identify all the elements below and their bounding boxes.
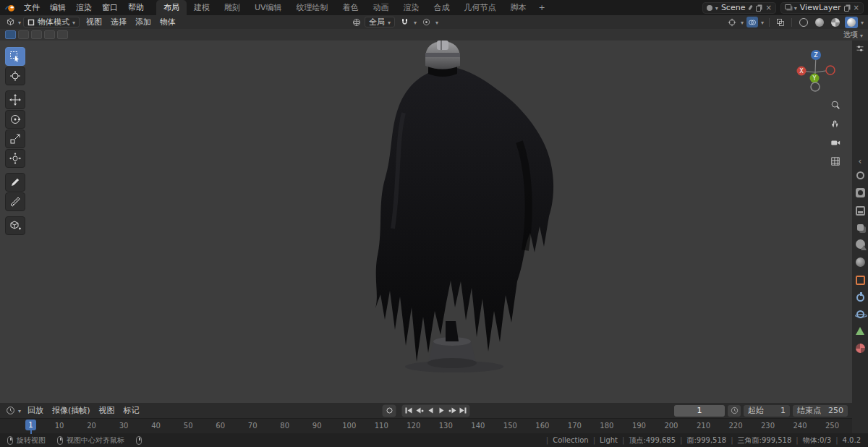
auto-keying-toggle[interactable] [383, 404, 396, 417]
viewport-menu-item[interactable]: 选择 [106, 17, 131, 27]
end-frame-field[interactable]: 结束点 250 [793, 405, 848, 417]
expand-sidebar-icon[interactable] [859, 153, 862, 167]
proportional-editing-toggle[interactable] [420, 17, 432, 27]
remove-viewlayer-icon[interactable] [854, 3, 859, 12]
snap-options-chevron[interactable] [414, 17, 417, 27]
playhead[interactable]: 1 [25, 420, 36, 430]
workspace-tab[interactable]: 合成 [427, 0, 457, 15]
viewport-menu-item[interactable]: 添加 [131, 17, 156, 27]
viewport-menu-item[interactable]: 物体 [156, 17, 180, 27]
orientation-selector[interactable]: 全局 [365, 17, 395, 27]
tool-select-box[interactable] [5, 47, 25, 66]
timeline-menu-item[interactable]: 报像(插帧) [48, 405, 95, 416]
tool-rotate[interactable] [5, 110, 25, 129]
tool-options[interactable]: 选项 [843, 30, 863, 40]
topbar-menu-item[interactable]: 编辑 [45, 0, 71, 15]
properties-tab-object[interactable] [856, 276, 865, 285]
properties-editor-selector[interactable] [854, 43, 866, 54]
new-viewlayer-icon[interactable] [844, 6, 849, 12]
topbar-menu-item[interactable]: 渲染 [71, 0, 97, 15]
next-keyframe-button[interactable] [447, 405, 458, 416]
workspace-tab[interactable]: 建模 [187, 0, 217, 15]
timeline-menu-item[interactable]: 视图 [95, 405, 119, 416]
tool-scale[interactable] [5, 129, 25, 148]
viewport-3d[interactable]: Z X Y [0, 41, 852, 403]
tool-move[interactable] [5, 90, 25, 109]
select-mode-set-icon[interactable] [18, 30, 29, 39]
select-mode-subtract-icon[interactable] [44, 30, 55, 39]
hint-label: 视图中心对齐鼠标 [67, 435, 124, 446]
tool-annotate[interactable] [5, 173, 25, 192]
mode-selector[interactable]: 物体模式 [23, 17, 80, 27]
select-mode-intersect-icon[interactable] [57, 30, 68, 39]
jump-start-button[interactable] [404, 405, 414, 416]
use-preview-range-toggle[interactable] [728, 405, 741, 417]
timeline-menu-item[interactable]: 回放 [23, 405, 48, 416]
properties-tab-output[interactable] [856, 206, 865, 216]
properties-tab-world[interactable] [856, 257, 865, 267]
properties-tab-object-data[interactable] [856, 327, 864, 335]
toggle-xray[interactable] [775, 17, 786, 27]
pin-icon[interactable] [749, 5, 753, 10]
viewport-menu-item[interactable]: 视图 [82, 17, 106, 27]
tool-cursor[interactable] [5, 67, 25, 85]
play-button[interactable] [436, 405, 447, 416]
tool-transform[interactable] [5, 149, 25, 168]
show-overlays-toggle[interactable] [746, 17, 758, 27]
workspace-tab[interactable]: 动画 [366, 0, 396, 15]
play-reverse-button[interactable] [425, 405, 436, 416]
topbar-menu-item[interactable]: 文件 [19, 0, 45, 15]
new-scene-icon[interactable] [756, 6, 761, 12]
camera-view-icon[interactable] [829, 136, 842, 149]
navigation-gizmo[interactable]: Z X Y [793, 46, 839, 93]
show-gizmo-toggle[interactable] [726, 17, 738, 27]
topbar-menu-item[interactable]: 窗口 [97, 0, 123, 15]
workspace-tab[interactable]: UV编辑 [247, 0, 289, 15]
tool-add-cube[interactable] [5, 216, 25, 235]
current-frame-field[interactable]: 1 [674, 405, 725, 417]
jump-end-button[interactable] [458, 405, 469, 416]
viewlayer-selector[interactable]: ViewLayer [780, 2, 864, 14]
workspace-tab[interactable]: 渲染 [396, 0, 427, 15]
select-mode-extend-icon[interactable] [31, 30, 42, 39]
workspace-tab[interactable]: 着色 [336, 0, 366, 15]
workspace-tab[interactable]: 几何节点 [457, 0, 503, 15]
shading-rendered-button[interactable] [845, 17, 858, 28]
properties-tab-physics[interactable] [856, 310, 864, 318]
properties-tab-view-layer[interactable] [857, 224, 864, 231]
active-tool-icon[interactable] [5, 30, 16, 39]
properties-tab-tool[interactable] [856, 171, 864, 179]
zoom-icon[interactable] [829, 98, 842, 111]
properties-tab-material[interactable] [856, 344, 865, 353]
properties-tab-scene[interactable] [856, 239, 865, 249]
unlink-scene-icon[interactable] [765, 3, 771, 12]
workspace-tab[interactable]: 布局 [156, 0, 187, 15]
shading-options-chevron[interactable] [861, 17, 864, 27]
workspace-tab[interactable]: 纹理绘制 [289, 0, 336, 15]
overlay-options-chevron[interactable] [761, 17, 764, 27]
falloff-chevron[interactable] [435, 17, 438, 27]
shading-solid-button[interactable] [813, 17, 826, 28]
timeline-ruler[interactable]: 1 11020304050607080901001101201301401501… [0, 418, 852, 433]
timeline-menu-item[interactable]: 标记 [119, 405, 144, 416]
workspace-tab[interactable]: 脚本 [503, 0, 534, 15]
shading-wireframe-button[interactable] [797, 17, 810, 28]
cloaked-character-model[interactable] [353, 41, 570, 373]
add-workspace-button[interactable]: + [534, 0, 550, 15]
orthographic-grid-icon[interactable] [829, 155, 842, 168]
shading-material-button[interactable] [829, 17, 842, 28]
properties-tab-modifiers[interactable] [856, 294, 864, 302]
scene-selector[interactable]: Scene [702, 2, 776, 14]
gizmo-options-chevron[interactable] [741, 17, 744, 27]
timeline-editor-selector[interactable] [4, 405, 16, 416]
tool-measure[interactable] [5, 192, 25, 211]
topbar-menu-item[interactable]: 帮助 [123, 0, 149, 15]
prev-keyframe-button[interactable] [414, 405, 425, 416]
snap-toggle[interactable] [399, 17, 410, 27]
properties-tab-render[interactable] [856, 188, 865, 197]
pan-hand-icon[interactable] [829, 117, 842, 130]
start-frame-field[interactable]: 起始 1 [744, 405, 790, 417]
blender-logo-icon[interactable] [4, 0, 16, 15]
editor-type-selector[interactable] [4, 17, 16, 27]
workspace-tab[interactable]: 雕刻 [217, 0, 247, 15]
